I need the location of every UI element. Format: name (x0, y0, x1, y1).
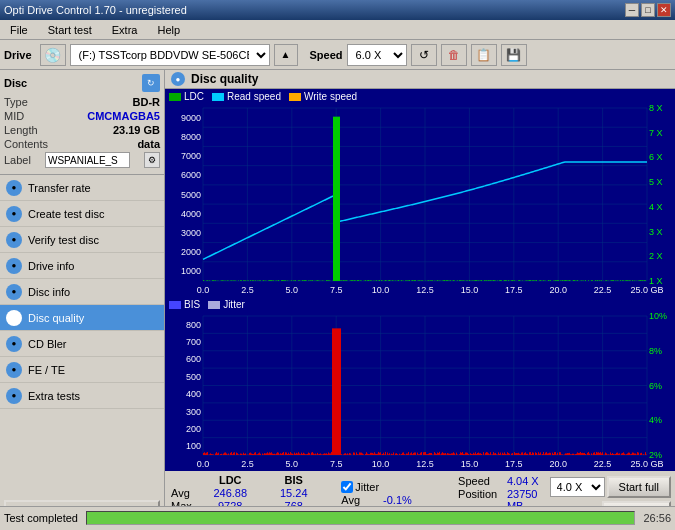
speed-stat-value: 4.04 X (507, 475, 544, 487)
close-button[interactable]: ✕ (657, 3, 671, 17)
nav-item-transfer-rate[interactable]: ●Transfer rate (0, 175, 164, 201)
chart2-container: BIS Jitter (165, 297, 675, 471)
read-speed-legend-color (212, 93, 224, 101)
disc-label-edit-icon[interactable]: ⚙ (144, 152, 160, 168)
menu-start-test[interactable]: Start test (42, 23, 98, 37)
jitter-header: Jitter (341, 481, 379, 493)
disc-label-row: Label ⚙ (4, 152, 160, 168)
drive-icon: 💿 (40, 44, 66, 66)
bis-legend-label: BIS (184, 299, 200, 310)
jitter-avg-value: -0.1% (383, 494, 438, 506)
disc-contents-label: Contents (4, 138, 48, 150)
write-speed-legend-color (289, 93, 301, 101)
bis-col-header: BIS (266, 474, 321, 486)
nav-item-disc-quality[interactable]: ●Disc quality (0, 305, 164, 331)
main-content: Disc ↻ Type BD-R MID CMCMAGBA5 Length 23… (0, 70, 675, 528)
nav-item-verify-test-disc[interactable]: ●Verify test disc (0, 227, 164, 253)
drive-select[interactable]: (F:) TSSTcorp BDDVDW SE-506CB TS02 (70, 44, 270, 66)
disc-info-icon: ● (6, 284, 22, 300)
chart1-area (165, 104, 675, 297)
menubar: File Start test Extra Help (0, 20, 675, 40)
disc-info-panel: Disc ↻ Type BD-R MID CMCMAGBA5 Length 23… (0, 70, 164, 175)
extra-tests-icon: ● (6, 388, 22, 404)
ldc-avg-value: 246.88 (200, 487, 260, 499)
disc-contents-value: data (137, 138, 160, 150)
refresh-icon[interactable]: ↺ (411, 44, 437, 66)
verify-test-disc-label: Verify test disc (28, 234, 99, 246)
progress-bar-container (86, 511, 635, 525)
nav-item-create-test-disc[interactable]: ●Create test disc (0, 201, 164, 227)
nav-item-extra-tests[interactable]: ●Extra tests (0, 383, 164, 409)
panel-header: ● Disc quality (165, 70, 675, 89)
bis-legend-color (169, 301, 181, 309)
ldc-chart (165, 104, 675, 297)
start-full-button[interactable]: Start full (607, 476, 671, 498)
disc-mid-label: MID (4, 110, 24, 122)
disc-quality-label: Disc quality (28, 312, 84, 324)
disc-mid-row: MID CMCMAGBA5 (4, 110, 160, 122)
cd-bler-label: CD Bler (28, 338, 67, 350)
chart1-container: LDC Read speed Write speed (165, 89, 675, 297)
disc-length-row: Length 23.19 GB (4, 124, 160, 136)
titlebar-title: Opti Drive Control 1.70 - unregistered (4, 4, 187, 16)
bis-legend: BIS (169, 299, 200, 310)
write-speed-legend-label: Write speed (304, 91, 357, 102)
ldc-col-header: LDC (200, 474, 260, 486)
disc-length-value: 23.19 GB (113, 124, 160, 136)
disc-refresh-icon[interactable]: ↻ (142, 74, 160, 92)
nav-item-disc-info[interactable]: ●Disc info (0, 279, 164, 305)
panel-title: Disc quality (191, 72, 258, 86)
jitter-col-header: Jitter (355, 481, 379, 493)
disc-length-label: Length (4, 124, 38, 136)
disc-type-row: Type BD-R (4, 96, 160, 108)
nav-item-drive-info[interactable]: ●Drive info (0, 253, 164, 279)
disc-mid-value: CMCMAGBA5 (87, 110, 160, 122)
ldc-legend-label: LDC (184, 91, 204, 102)
drive-info-icon: ● (6, 258, 22, 274)
drivebar: Drive 💿 (F:) TSSTcorp BDDVDW SE-506CB TS… (0, 40, 675, 70)
minimize-button[interactable]: ─ (625, 3, 639, 17)
sidebar: Disc ↻ Type BD-R MID CMCMAGBA5 Length 23… (0, 70, 165, 528)
disc-type-value: BD-R (133, 96, 161, 108)
right-panel: ● Disc quality LDC Read speed Write spee… (165, 70, 675, 528)
jitter-checkbox[interactable] (341, 481, 353, 493)
chart2-area (165, 312, 675, 471)
maximize-button[interactable]: □ (641, 3, 655, 17)
bis-avg-value: 15.24 (266, 487, 321, 499)
chart1-legend: LDC Read speed Write speed (165, 89, 675, 104)
nav-item-fe-te[interactable]: ●FE / TE (0, 357, 164, 383)
stats-empty (171, 474, 194, 486)
speed-select[interactable]: 6.0 X (347, 44, 407, 66)
ldc-legend-color (169, 93, 181, 101)
disc-section-title: Disc (4, 77, 27, 89)
statusbar: Test completed 26:56 (0, 506, 675, 528)
menu-extra[interactable]: Extra (106, 23, 144, 37)
drive-info-label: Drive info (28, 260, 74, 272)
disc-contents-row: Contents data (4, 138, 160, 150)
menu-help[interactable]: Help (151, 23, 186, 37)
speed-stat-label: Speed (458, 475, 501, 487)
copy-icon[interactable]: 📋 (471, 44, 497, 66)
nav-items: ●Transfer rate●Create test disc●Verify t… (0, 175, 164, 409)
transfer-rate-icon: ● (6, 180, 22, 196)
erase-icon[interactable]: 🗑 (441, 44, 467, 66)
cd-bler-icon: ● (6, 336, 22, 352)
app-title: Opti Drive Control 1.70 - unregistered (4, 4, 187, 16)
jitter-legend-color (208, 301, 220, 309)
jitter-legend: Jitter (208, 299, 245, 310)
extra-tests-label: Extra tests (28, 390, 80, 402)
test-speed-select[interactable]: 4.0 X (550, 477, 605, 497)
create-test-disc-label: Create test disc (28, 208, 104, 220)
nav-item-cd-bler[interactable]: ●CD Bler (0, 331, 164, 357)
disc-type-label: Type (4, 96, 28, 108)
speed-label: Speed (310, 49, 343, 61)
jitter-header-empty (383, 481, 438, 493)
drive-label: Drive (4, 49, 32, 61)
drive-eject-button[interactable]: ▲ (274, 44, 298, 66)
fe-te-icon: ● (6, 362, 22, 378)
speed-and-start-row: 4.0 X Start full (550, 476, 671, 498)
menu-file[interactable]: File (4, 23, 34, 37)
titlebar-controls: ─ □ ✕ (625, 3, 671, 17)
save-icon[interactable]: 💾 (501, 44, 527, 66)
disc-label-input[interactable] (45, 152, 130, 168)
